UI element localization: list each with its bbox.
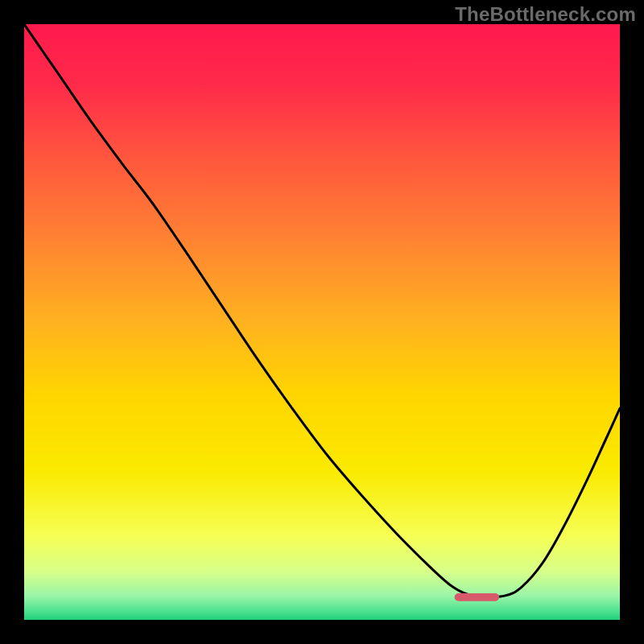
watermark-text: TheBottleneck.com (455, 3, 636, 26)
plot-area (24, 24, 620, 620)
plot-svg (24, 24, 620, 620)
stage: TheBottleneck.com (0, 0, 644, 644)
optimum-marker (455, 593, 500, 601)
gradient-background (24, 24, 620, 620)
